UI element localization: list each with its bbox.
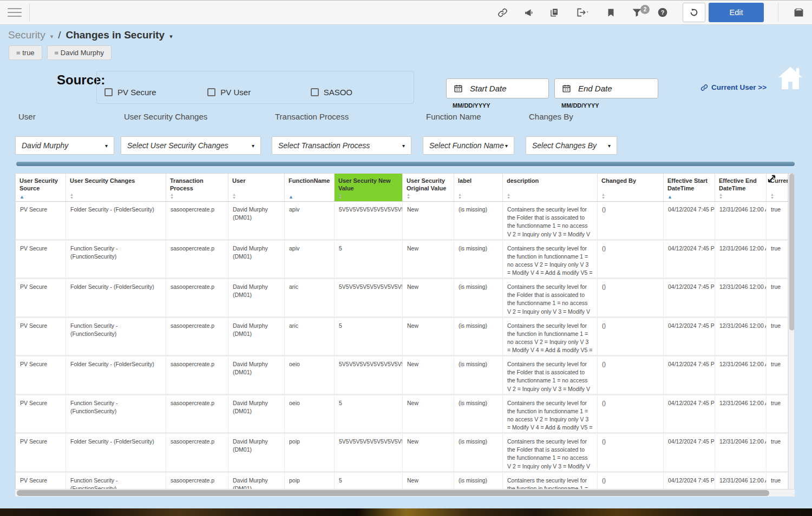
table-cell: PV Secure — [16, 434, 66, 471]
user-select[interactable]: David Murphy ▾ — [15, 136, 114, 155]
edit-button[interactable]: Edit — [709, 3, 764, 22]
table-row[interactable]: PV SecureFolder Security - (FolderSecuri… — [16, 356, 788, 395]
table-top-scrollbar[interactable] — [16, 162, 795, 166]
help-icon[interactable]: ? — [657, 6, 669, 18]
table-cell: 12/31/2046 12:00 A... — [715, 241, 767, 278]
table-cell: Folder Security - (FolderSecurity) — [66, 279, 166, 316]
breadcrumb-parent[interactable]: Security — [8, 29, 45, 41]
table-cell: aric — [285, 318, 335, 355]
page-title[interactable]: Changes in Security — [66, 29, 165, 41]
top-toolbar: 2 ? Edit — [0, 0, 812, 25]
table-row[interactable]: PV SecureFolder Security - (FolderSecuri… — [16, 202, 788, 241]
table-cell: 04/12/2024 7:45 PM — [664, 241, 715, 278]
chevron-down-icon[interactable]: ▾ — [169, 33, 173, 40]
table-cell: Function Security - (FunctionSecurity) — [66, 241, 166, 278]
table-cell: sasoopercreate.p — [166, 434, 228, 471]
link-icon[interactable] — [496, 6, 508, 18]
source-checkbox-group: PV Secure PV User SASOO — [96, 71, 414, 104]
copy-icon[interactable] — [548, 6, 560, 18]
column-header-label: description — [507, 177, 593, 184]
checkbox-pv-user[interactable]: PV User — [207, 81, 310, 103]
table-cell: New — [403, 318, 454, 355]
table-row[interactable]: PV SecureFunction Security - (FunctionSe… — [16, 241, 788, 280]
table-row[interactable]: PV SecureFunction Security - (FunctionSe… — [16, 395, 788, 434]
refresh-button[interactable] — [683, 3, 705, 22]
table-cell: Function Security - (FunctionSecurity) — [66, 395, 166, 433]
briefcase-icon[interactable] — [793, 6, 804, 18]
filter-chip-user[interactable]: = David Murphy — [47, 45, 112, 60]
changes-by-select[interactable]: Select Changes By ▾ — [526, 136, 617, 155]
vertical-scrollbar[interactable] — [788, 174, 794, 489]
horizontal-scrollbar-thumb[interactable] — [17, 490, 769, 496]
table-cell: 04/12/2024 7:45 PM — [664, 434, 715, 471]
column-header-changed-by[interactable]: Changed By▲▼ — [598, 174, 664, 201]
select-value: Select Transaction Process — [278, 141, 370, 150]
column-header-functionname[interactable]: FunctionName▲ — [285, 174, 335, 201]
column-header-user-security-new-value[interactable]: User Security New Value▲▼ — [335, 174, 403, 201]
column-header-effective-end-datetime[interactable]: Effective End DateTime▲▼ — [715, 174, 767, 201]
column-header-user-security-changes[interactable]: User Security Changes▲▼ — [66, 174, 166, 201]
end-date-input[interactable]: End Date — [554, 78, 658, 98]
column-header-label[interactable]: label▲▼ — [454, 174, 503, 201]
sort-ascending-icon: ▲ — [19, 195, 24, 200]
column-header-effective-start-datetime[interactable]: Effective Start DateTime▲ — [664, 174, 715, 201]
vertical-scrollbar-thumb[interactable] — [789, 174, 795, 330]
user-security-changes-select[interactable]: Select User Security Changes ▾ — [121, 136, 261, 155]
toolbar-divider — [29, 3, 30, 22]
start-date-input[interactable]: Start Date — [446, 78, 549, 98]
table-row[interactable]: PV SecureFolder Security - (FolderSecuri… — [16, 279, 788, 318]
export-icon[interactable] — [574, 6, 591, 18]
table-cell: sasoopercreate.p — [166, 356, 228, 394]
table-cell: sasoopercreate.p — [166, 395, 228, 433]
bookmark-icon[interactable] — [605, 6, 617, 18]
column-header-description[interactable]: description▲▼ — [503, 174, 598, 201]
filter-chip-true[interactable]: = true — [9, 45, 42, 60]
current-user-label: Current User >> — [711, 83, 767, 91]
sort-icon: ▲▼ — [70, 193, 74, 200]
checkbox-icon[interactable] — [104, 88, 113, 96]
checkbox-pv-secure[interactable]: PV Secure — [104, 81, 207, 103]
table-cell: () — [598, 356, 664, 394]
table-cell: 12/31/2046 12:00 A... — [715, 318, 767, 355]
table-cell: Containers the security level for the fu… — [503, 318, 598, 355]
table-cell: Containers the security level for the fu… — [503, 241, 598, 278]
table-cell: 04/12/2024 7:45 PM — [664, 202, 715, 239]
checkbox-icon[interactable] — [311, 88, 319, 96]
column-header-label: User Security Source — [19, 177, 62, 193]
table-row[interactable]: PV SecureFunction Security - (FunctionSe… — [16, 473, 788, 490]
table-cell: 12/31/2046 12:00 A... — [715, 395, 767, 433]
current-user-link[interactable]: Current User >> — [700, 83, 767, 91]
table-row[interactable]: PV SecureFunction Security - (FunctionSe… — [16, 318, 788, 357]
table-cell: Containers the security level for the Fo… — [503, 434, 598, 471]
column-header-user[interactable]: User▲▼ — [228, 174, 285, 201]
chevron-down-icon[interactable]: ▾ — [50, 33, 54, 40]
transaction-process-select[interactable]: Select Transaction Process ▾ — [272, 136, 411, 155]
table-cell: true — [767, 473, 788, 490]
sort-icon: ▲▼ — [407, 193, 410, 200]
table-cell: 5V5V5V5V5V5V5V5V5V5V5\... — [335, 356, 403, 394]
home-icon[interactable] — [775, 63, 806, 94]
column-header-transaction-process[interactable]: Transaction Process▲▼ — [166, 174, 228, 201]
function-name-select[interactable]: Select Function Name ▾ — [423, 136, 514, 155]
refresh-icon — [689, 7, 699, 18]
table-cell: 5 — [335, 395, 403, 433]
table-cell: oeio — [285, 356, 335, 394]
sort-icon: ▲▼ — [719, 193, 723, 200]
filter-icon[interactable]: 2 — [631, 6, 643, 18]
table-row[interactable]: PV SecureFolder Security - (FolderSecuri… — [16, 434, 788, 473]
table-cell: sasoopercreate.p — [166, 279, 228, 316]
table-cell: oeio — [285, 395, 335, 433]
column-header-user-security-source[interactable]: User Security Source▲ — [16, 174, 66, 201]
checkbox-icon[interactable] — [207, 88, 215, 96]
chevron-down-icon: ▾ — [505, 143, 508, 149]
menu-icon[interactable] — [8, 8, 22, 17]
announcement-icon[interactable] — [522, 6, 534, 18]
table-cell: PV Secure — [16, 202, 66, 239]
horizontal-scrollbar[interactable] — [15, 489, 795, 497]
table-cell: true — [767, 318, 788, 355]
table-cell: apiv — [285, 241, 335, 278]
filter-selects-row: David Murphy ▾ Select User Security Chan… — [15, 136, 617, 155]
column-header-user-security-original-value[interactable]: User Security Original Value▲▼ — [403, 174, 454, 201]
column-header-current-r[interactable]: Current R▲▼ — [767, 174, 788, 201]
checkbox-sasoo[interactable]: SASOO — [311, 81, 414, 103]
